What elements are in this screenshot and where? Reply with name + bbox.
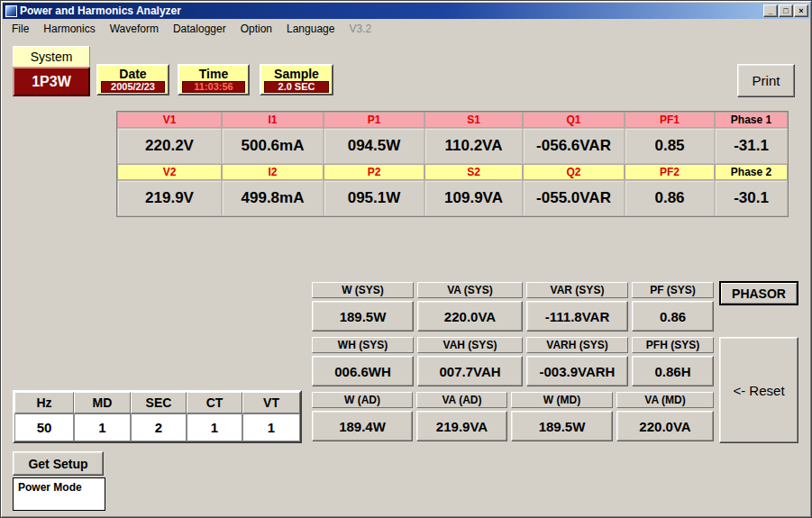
- header-va-sys: VA (SYS): [417, 282, 523, 298]
- value-w-sys: 189.5W: [312, 301, 414, 332]
- header-w-sys: W (SYS): [312, 282, 414, 298]
- menu-option[interactable]: Option: [233, 20, 279, 38]
- time-value: 11:03:56: [182, 81, 245, 93]
- header-v1: V1: [117, 112, 222, 128]
- sample-label: Sample: [261, 68, 332, 81]
- value-s2: 109.9VA: [424, 180, 523, 216]
- header-pfh-sys: PFH (SYS): [632, 337, 714, 353]
- menu-bar: File Harmonics Waveform Datalogger Optio…: [3, 19, 810, 38]
- value-phase1: -31.1: [715, 128, 788, 164]
- header-w-md: W (MD): [511, 392, 613, 408]
- value-wh-sys: 006.6WH: [312, 356, 414, 386]
- version-label: V3.2: [342, 20, 379, 38]
- value-va-sys: 220.0VA: [417, 301, 523, 332]
- menu-waveform[interactable]: Waveform: [103, 20, 166, 38]
- header-va-md: VA (MD): [616, 392, 714, 408]
- header-pf2: PF2: [625, 164, 715, 180]
- header-wh-sys: WH (SYS): [312, 337, 414, 353]
- header-ct: CT: [187, 392, 242, 413]
- value-ct: 1: [187, 413, 242, 441]
- header-w-ad: W (AD): [312, 392, 413, 408]
- close-icon[interactable]: ×: [794, 5, 808, 17]
- header-q1: Q1: [523, 112, 625, 128]
- print-button[interactable]: Print: [737, 64, 795, 97]
- header-s1: S1: [424, 112, 523, 128]
- value-q1: -056.6VAR: [523, 128, 625, 164]
- sys-group-instant: W (SYS) VA (SYS) VAR (SYS) PF (SYS) 189.…: [312, 282, 714, 332]
- header-q2: Q2: [523, 164, 625, 180]
- header-p1: P1: [324, 112, 424, 128]
- value-pfh-sys: 0.86H: [632, 356, 714, 386]
- sample-button[interactable]: Sample 2.0 SEC: [260, 64, 333, 95]
- value-vah-sys: 007.7VAH: [417, 356, 523, 386]
- maximize-icon[interactable]: □: [779, 5, 793, 17]
- header-p2: P2: [324, 164, 424, 180]
- value-s1: 110.2VA: [424, 128, 523, 164]
- value-i1: 500.6mA: [222, 128, 324, 164]
- header-sec: SEC: [131, 392, 187, 413]
- settings-table: Hz MD SEC CT VT 50 1 2 1 1: [13, 390, 302, 443]
- value-q2: -055.0VAR: [523, 180, 625, 216]
- header-i1: I1: [222, 112, 324, 128]
- date-label: Date: [98, 68, 168, 81]
- value-pf1: 0.85: [625, 128, 715, 164]
- header-phase2: Phase 2: [715, 164, 788, 180]
- system-label: System: [13, 46, 90, 67]
- phasor-button[interactable]: PHASOR: [719, 281, 798, 305]
- title-bar: Power and Harmonics Analyzer _ □ ×: [3, 3, 810, 19]
- header-vah-sys: VAH (SYS): [417, 337, 523, 353]
- sys-group-energy: WH (SYS) VAH (SYS) VARH (SYS) PFH (SYS) …: [312, 337, 714, 386]
- header-pf1: PF1: [625, 112, 715, 128]
- header-va-ad: VA (AD): [416, 392, 507, 408]
- menu-datalogger[interactable]: Datalogger: [166, 20, 233, 38]
- app-icon: [5, 5, 17, 17]
- minimize-icon[interactable]: _: [763, 5, 778, 17]
- header-vt: VT: [242, 392, 300, 413]
- power-mode-indicator: Power Mode: [13, 477, 105, 511]
- wiring-mode-button[interactable]: 1P3W: [13, 67, 90, 96]
- menu-file[interactable]: File: [5, 20, 36, 38]
- phase-measurements-table: V1 I1 P1 S1 Q1 PF1 Phase 1 220.2V 500.6m…: [116, 111, 789, 217]
- menu-harmonics[interactable]: Harmonics: [36, 20, 102, 38]
- reset-button[interactable]: <- Reset: [719, 337, 798, 443]
- value-md: 1: [74, 413, 131, 441]
- value-w-ad: 189.4W: [312, 411, 413, 441]
- header-md: MD: [74, 392, 131, 413]
- value-v2: 219.9V: [117, 180, 222, 216]
- value-p1: 094.5W: [324, 128, 424, 164]
- sys-group-demand: W (AD) VA (AD) W (MD) VA (MD) 189.4W 219…: [312, 392, 714, 441]
- value-phase2: -30.1: [715, 180, 788, 216]
- header-varh-sys: VARH (SYS): [526, 337, 628, 353]
- header-hz: Hz: [14, 392, 74, 413]
- value-va-md: 220.0VA: [616, 411, 714, 441]
- value-hz: 50: [14, 413, 74, 441]
- sample-value: 2.0 SEC: [264, 81, 329, 93]
- header-phase1: Phase 1: [715, 112, 788, 128]
- menu-language[interactable]: Language: [279, 20, 342, 38]
- value-sec: 2: [131, 413, 187, 441]
- value-w-md: 189.5W: [511, 411, 613, 441]
- app-window: Power and Harmonics Analyzer _ □ × File …: [0, 0, 812, 518]
- value-va-ad: 219.9VA: [416, 411, 507, 441]
- header-pf-sys: PF (SYS): [632, 282, 714, 298]
- value-var-sys: -111.8VAR: [526, 301, 628, 332]
- value-i2: 499.8mA: [222, 180, 324, 216]
- value-pf-sys: 0.86: [632, 301, 714, 332]
- window-title: Power and Harmonics Analyzer: [20, 5, 763, 17]
- time-button[interactable]: Time 11:03:56: [178, 64, 250, 95]
- time-label: Time: [179, 68, 248, 81]
- value-varh-sys: -003.9VARH: [526, 356, 628, 386]
- get-setup-button[interactable]: Get Setup: [13, 451, 104, 476]
- value-p2: 095.1W: [324, 180, 424, 216]
- value-pf2: 0.86: [625, 180, 715, 216]
- header-var-sys: VAR (SYS): [526, 282, 628, 298]
- header-s2: S2: [424, 164, 523, 180]
- value-vt: 1: [242, 413, 300, 441]
- value-v1: 220.2V: [117, 128, 222, 164]
- window-controls: _ □ ×: [763, 5, 808, 17]
- header-v2: V2: [117, 164, 222, 180]
- date-value: 2005/2/23: [101, 81, 165, 93]
- header-i2: I2: [222, 164, 324, 180]
- date-button[interactable]: Date 2005/2/23: [96, 64, 169, 95]
